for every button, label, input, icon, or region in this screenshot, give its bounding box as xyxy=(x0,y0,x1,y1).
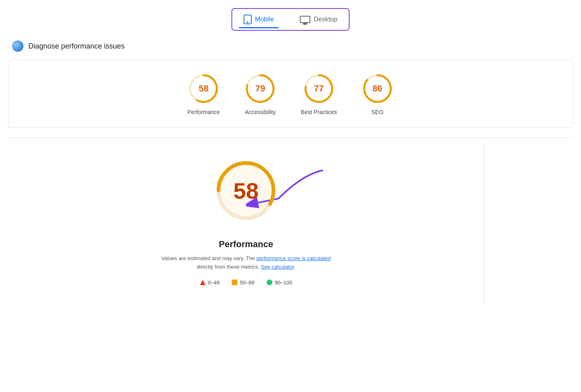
legend-icon-orange xyxy=(232,280,237,285)
tab-mobile-label: Mobile xyxy=(255,16,274,23)
gauge-value-best-practices: 77 xyxy=(314,83,324,94)
mobile-icon xyxy=(244,15,252,24)
tab-desktop[interactable]: Desktop xyxy=(295,13,342,25)
score-card-accessibility[interactable]: 79 Accessibility xyxy=(244,72,276,115)
section-divider xyxy=(8,138,573,138)
score-cards: 58 Performance 79 Accessibility xyxy=(25,72,556,115)
legend-label-orange: 50–89 xyxy=(240,280,254,286)
tab-container: Mobile Desktop xyxy=(231,8,350,31)
score-card-seo[interactable]: 86 SEO xyxy=(361,72,394,115)
score-cards-section: 58 Performance 79 Accessibility xyxy=(8,60,573,128)
performance-score-link[interactable]: performance score is calculated xyxy=(257,255,331,261)
legend-icon-red xyxy=(200,280,206,285)
gauge-value-performance: 58 xyxy=(199,83,208,94)
diagnose-icon xyxy=(12,40,23,52)
score-label-performance: Performance xyxy=(187,109,220,115)
performance-desc: Values are estimated and may vary. The p… xyxy=(161,254,331,271)
gauge-accessibility: 79 xyxy=(244,72,276,105)
legend-item-orange: 50–89 xyxy=(232,280,254,286)
tab-bar: Mobile Desktop xyxy=(8,8,573,31)
performance-main: 58 Performance Values are estimated and … xyxy=(8,142,484,304)
gauge-seo: 86 xyxy=(361,72,394,105)
legend-icon-green xyxy=(267,280,272,285)
diagnose-header: Diagnose performance issues xyxy=(8,40,573,52)
legend-item-green: 90–100 xyxy=(267,280,292,286)
score-card-performance[interactable]: 58 Performance xyxy=(187,72,220,115)
big-gauge-performance: 58 xyxy=(214,158,278,223)
gauge-value-seo: 86 xyxy=(373,83,382,94)
tab-desktop-label: Desktop xyxy=(314,16,337,23)
score-legend: 0–49 50–89 90–100 xyxy=(200,280,292,286)
performance-sidebar xyxy=(484,142,573,304)
performance-detail: 58 Performance Values are estimated and … xyxy=(8,142,573,304)
diagnose-title: Diagnose performance issues xyxy=(28,42,125,51)
legend-label-green: 90–100 xyxy=(275,280,292,286)
gauge-performance: 58 xyxy=(187,72,220,105)
performance-detail-label: Performance xyxy=(219,239,274,250)
score-label-seo: SEO xyxy=(371,109,384,115)
score-card-best-practices[interactable]: 77 Best Practices xyxy=(301,72,337,115)
legend-label-red: 0–49 xyxy=(208,280,220,286)
legend-item-red: 0–49 xyxy=(200,280,220,286)
calculator-link[interactable]: See calculator xyxy=(261,264,294,270)
gauge-best-practices: 77 xyxy=(303,72,335,105)
score-label-best-practices: Best Practices xyxy=(301,109,337,115)
desktop-icon xyxy=(300,16,310,23)
score-label-accessibility: Accessibility xyxy=(245,109,276,115)
tab-mobile[interactable]: Mobile xyxy=(239,12,279,27)
gauge-value-accessibility: 79 xyxy=(255,83,265,94)
